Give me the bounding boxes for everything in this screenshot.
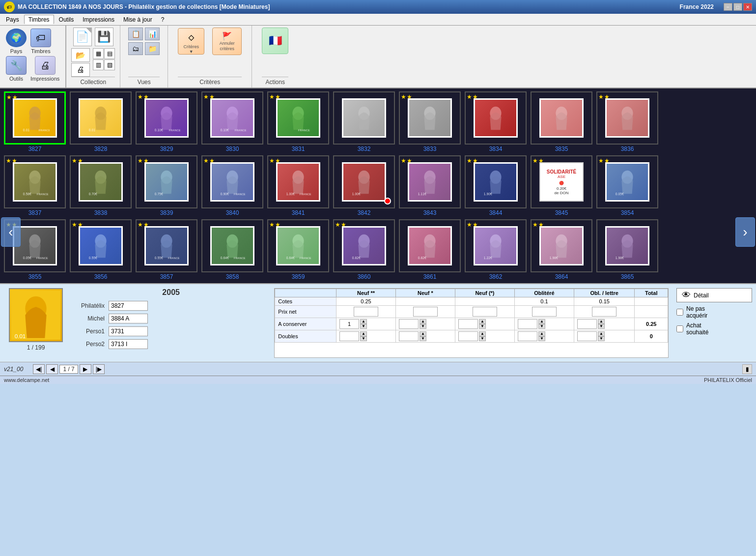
stamp-3827[interactable]: ★★ 0.01FRANCE 3827 xyxy=(3,91,67,152)
stamp-3834[interactable]: ★★ 3834 xyxy=(464,91,528,152)
michel-input[interactable] xyxy=(109,314,148,323)
nav-prev-btn[interactable]: ◀ xyxy=(46,364,58,374)
stamp-3859[interactable]: ★★ 0.64€FRANCE 3859 xyxy=(266,219,330,280)
doubles-neuf0-input[interactable] xyxy=(458,331,478,341)
prix-net-oblitere-input[interactable] xyxy=(532,307,557,317)
perso1-input[interactable] xyxy=(109,326,148,336)
stamp-3836[interactable]: ★★ 3836 xyxy=(595,91,659,152)
stamp-3841[interactable]: ★★ 1.00€FRANCE 3841 xyxy=(266,155,330,216)
detail-button[interactable]: 👁 Détail xyxy=(676,288,752,302)
a-conserver-neuf2-up[interactable]: ▲ xyxy=(360,319,367,324)
a-conserver-neuf0-up[interactable]: ▲ xyxy=(479,319,486,324)
stamp-3838[interactable]: ★★ 0.70€ 3838 xyxy=(69,155,133,216)
nav-scrollbar[interactable]: ▮ xyxy=(742,364,752,374)
save-doc-icon[interactable]: 💾 xyxy=(95,28,113,46)
criteria-icon[interactable]: ⬦ Critères ▼ xyxy=(178,28,204,55)
a-conserver-neuf0-input[interactable] xyxy=(458,319,478,329)
toolbar-timbres[interactable]: 🏷 Timbres xyxy=(30,29,51,54)
stamp-3856[interactable]: ★★ 0.55€ 3856 xyxy=(69,219,133,280)
toolbar-impressions[interactable]: 🖨 Impressions xyxy=(30,56,59,82)
right-nav-arrow[interactable]: › xyxy=(735,217,755,247)
a-conserver-neuf1-down[interactable]: ▼ xyxy=(420,324,426,329)
stamp-3843[interactable]: ★★ 1.11€ 3843 xyxy=(398,155,462,216)
doubles-neuf1-input[interactable] xyxy=(399,331,419,341)
left-nav-arrow[interactable]: ‹ xyxy=(1,217,21,247)
prix-net-neuf1-input[interactable] xyxy=(413,307,438,317)
stamp-3833[interactable]: ★★ 3833 xyxy=(398,91,462,152)
a-conserver-obl-lettre-down[interactable]: ▼ xyxy=(598,324,605,329)
a-conserver-neuf1-input[interactable] xyxy=(399,319,419,329)
prix-net-obl-lettre[interactable] xyxy=(574,306,635,318)
nav-next-btn[interactable]: ▶ xyxy=(80,364,91,374)
stamp-3854[interactable]: ★★ 0.05€ 3854 xyxy=(595,155,659,216)
stamp-3845[interactable]: ★★ SOLIDARITÉ ASE 🔴 0.20€de DON 3845 xyxy=(530,155,593,216)
menu-mise-a-jour[interactable]: Mise à jour xyxy=(119,15,156,24)
prix-net-neuf1[interactable] xyxy=(395,306,455,318)
stamp-3862[interactable]: ★★ 1.22€ 3862 xyxy=(464,219,528,280)
grid-icon-4[interactable]: ▧ xyxy=(104,59,115,70)
a-conserver-neuf0-down[interactable]: ▼ xyxy=(479,324,486,329)
vue-icon-4[interactable]: 📁 xyxy=(145,42,160,55)
prix-net-neuf0[interactable] xyxy=(455,306,514,318)
doubles-oblitere-input[interactable] xyxy=(518,331,537,341)
open-doc-icon[interactable]: 📂 xyxy=(71,48,90,62)
doubles-neuf2-input[interactable] xyxy=(339,331,359,341)
minimize-button[interactable]: − xyxy=(724,3,732,11)
menu-help[interactable]: ? xyxy=(157,15,168,24)
stamp-3835[interactable]: 3835 xyxy=(530,91,593,152)
stamp-3831[interactable]: ★★ FRANCE 3831 xyxy=(266,91,330,152)
nav-first-btn[interactable]: ◀| xyxy=(33,364,45,374)
a-conserver-oblitere-up[interactable]: ▲ xyxy=(538,319,545,324)
stamp-3828[interactable]: 0.01 3828 xyxy=(69,91,133,152)
a-conserver-neuf2-down[interactable]: ▼ xyxy=(360,324,367,329)
actions-icon[interactable]: 🇫🇷 xyxy=(262,28,288,54)
menu-timbres[interactable]: Timbres xyxy=(24,15,54,24)
doubles-obl-lettre-input[interactable] xyxy=(577,331,597,341)
prix-net-obl-lettre-input[interactable] xyxy=(592,307,616,317)
prix-net-oblitere[interactable] xyxy=(514,306,574,318)
annuler-criteria-icon[interactable]: 🚩 Annulercritères xyxy=(212,28,242,55)
a-conserver-oblitere-down[interactable]: ▼ xyxy=(538,324,545,329)
stamp-3865[interactable]: 1.98€ 3865 xyxy=(595,219,659,280)
doubles-oblitere-down[interactable]: ▼ xyxy=(538,336,545,341)
perso2-input[interactable] xyxy=(109,339,148,349)
menu-pays[interactable]: Pays xyxy=(2,15,23,24)
toolbar-outils[interactable]: 🔧 Outils xyxy=(6,56,27,82)
a-conserver-neuf2-input[interactable] xyxy=(339,319,359,329)
grid-icon-1[interactable]: ▦ xyxy=(93,48,104,59)
stamp-3839[interactable]: ★★ 0.75€ 3839 xyxy=(135,155,198,216)
stamp-3830[interactable]: ★★ 0.10€FRANCE 3830 xyxy=(200,91,264,152)
doubles-obl-lettre-up[interactable]: ▲ xyxy=(598,331,605,336)
new-doc-icon[interactable]: 📄 xyxy=(73,28,92,46)
doubles-neuf1-up[interactable]: ▲ xyxy=(420,331,426,336)
maximize-button[interactable]: □ xyxy=(733,3,742,11)
print-doc-icon[interactable]: 🖨 xyxy=(71,63,90,77)
stamp-3844[interactable]: ★★ 1.90€ 3844 xyxy=(464,155,528,216)
stamp-3832[interactable]: 3832 xyxy=(332,91,396,152)
doubles-neuf0-down[interactable]: ▼ xyxy=(479,336,486,341)
prix-net-neuf0-input[interactable] xyxy=(473,307,497,317)
doubles-neuf1-down[interactable]: ▼ xyxy=(420,336,426,341)
grid-icon-2[interactable]: ▤ xyxy=(104,48,115,59)
prix-net-neuf2-input[interactable] xyxy=(354,307,378,317)
vue-icon-1[interactable]: 📋 xyxy=(128,28,143,40)
a-conserver-obl-lettre-input[interactable] xyxy=(577,319,597,329)
menu-outils[interactable]: Outils xyxy=(55,15,78,24)
a-conserver-oblitere-input[interactable] xyxy=(518,319,537,329)
toolbar-pays[interactable]: 🌍 Pays xyxy=(6,29,27,54)
stamp-3860[interactable]: ★★ 0.82€ 3860 xyxy=(332,219,396,280)
a-conserver-obl-lettre-up[interactable]: ▲ xyxy=(598,319,605,324)
stamp-3837[interactable]: ★★ 0.58€FRANCE 3837 xyxy=(3,155,67,216)
vue-icon-2[interactable]: 📊 xyxy=(145,28,160,40)
stamp-3829[interactable]: ★★ 0.10€FRANCE 3829 xyxy=(135,91,198,152)
doubles-neuf2-up[interactable]: ▲ xyxy=(360,331,367,336)
close-button[interactable]: ✕ xyxy=(743,3,752,11)
prix-net-neuf2[interactable] xyxy=(336,306,395,318)
stamp-3864[interactable]: ★★ 1.98€ 3864 xyxy=(530,219,593,280)
philatelix-input[interactable] xyxy=(109,301,148,311)
ne-pas-acquerir-checkbox[interactable] xyxy=(676,309,683,316)
doubles-neuf2-down[interactable]: ▼ xyxy=(360,336,367,341)
stamp-3857[interactable]: ★★ 0.55€FRANCE 3857 xyxy=(135,219,198,280)
achat-souhaite-checkbox[interactable] xyxy=(676,325,683,332)
doubles-obl-lettre-down[interactable]: ▼ xyxy=(598,336,605,341)
